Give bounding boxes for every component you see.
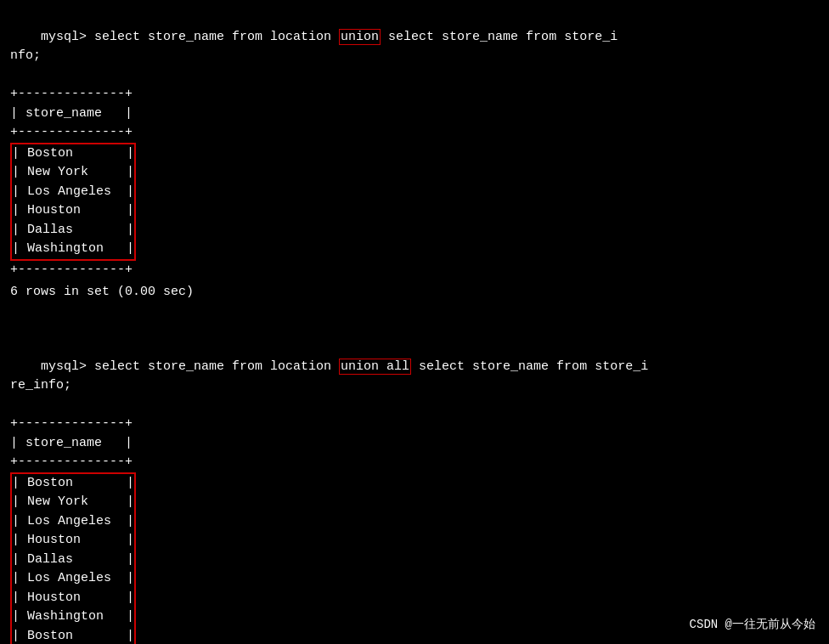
separator2-top: +--------------+ [10,415,819,434]
header1: | store_name | [10,105,819,124]
table-row: | Boston | [12,627,134,645]
table-row: | Washington | [12,607,134,627]
table-row: | New York | [12,493,134,512]
watermark: CSDN @一往无前从今始 [690,616,815,634]
table-row: | Dallas | [12,551,134,570]
table-row: | Houston | [12,589,134,608]
table-row: | Houston | [12,531,134,551]
table-row: | Washington | [12,240,134,259]
separator1-bot: +--------------+ [10,261,819,280]
separator1-top: +--------------+ [10,85,819,105]
table-row: | Los Angeles | [12,512,134,532]
separator1-mid: +--------------+ [10,123,819,143]
result1-rows: | Boston || New York || Los Angeles || H… [12,144,134,259]
section1: mysql> select store_name from location u… [10,8,819,302]
rows1-info: 6 rows in set (0.00 sec) [10,283,819,302]
table-row: | Houston | [12,201,134,221]
table-row: | Los Angeles | [12,569,134,589]
table-row: | New York | [12,163,134,183]
query2-line: mysql> select store_name from location u… [10,338,819,415]
table-row: | Boston | [12,474,134,494]
keyword2-highlight: union all [339,359,411,375]
result1-box: | Boston || New York || Los Angeles || H… [10,143,136,261]
table-row: | Boston | [12,144,134,164]
blank-line [10,319,819,339]
keyword1-highlight: union [339,29,381,45]
header2: | store_name | [10,434,819,454]
query1-line: mysql> select store_name from location u… [10,8,819,85]
query1-before: mysql> select store_name from location [41,30,339,44]
result2-rows: | Boston || New York || Los Angeles || H… [12,474,134,645]
separator2-mid: +--------------+ [10,453,819,472]
table-row: | Dallas | [12,221,134,240]
result2-box: | Boston || New York || Los Angeles || H… [10,472,136,645]
query2-before: mysql> select store_name from location [41,359,339,374]
table-row: | Los Angeles | [12,183,134,202]
section2: mysql> select store_name from location u… [10,338,819,644]
